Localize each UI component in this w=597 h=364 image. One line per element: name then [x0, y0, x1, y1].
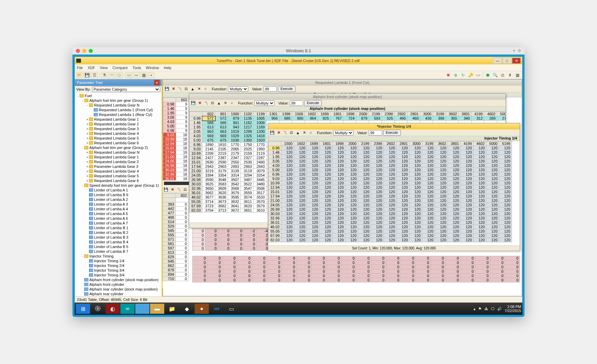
tree-node[interactable]: +Requested Lambda Gear 4: [75, 169, 162, 174]
tree-node[interactable]: Limiter of Lamba A 1: [75, 188, 162, 192]
taskbar-clock[interactable]: 2:08 PM 7/22/2015: [505, 305, 521, 313]
balance-icon[interactable]: ⚖: [182, 187, 188, 192]
tree-node[interactable]: Injector Timing 3/4: [75, 273, 162, 277]
explorer-icon[interactable]: 📁: [165, 304, 179, 314]
tree-node[interactable]: +Requested Lambda Gear 1: [75, 117, 162, 122]
tree-node[interactable]: +Requested Lmabda Gear 5: [75, 136, 162, 141]
tree-node[interactable]: Limiter of Lamba B 3: [75, 235, 162, 240]
refresh-icon[interactable]: ↻: [460, 72, 466, 78]
close-button[interactable]: ✕: [512, 58, 521, 64]
tray-network-icon[interactable]: 🖧: [484, 307, 488, 311]
layout1-icon[interactable]: ▭: [125, 72, 132, 78]
cancel-icon[interactable]: ✖: [276, 130, 281, 135]
function-select[interactable]: Multiply: [254, 100, 275, 106]
menu-help[interactable]: Help: [164, 66, 171, 70]
chip-icon[interactable]: ▬: [150, 304, 164, 314]
save-icon[interactable]: 💾: [84, 72, 90, 78]
tree-node[interactable]: Limiter of Lamba B 6: [75, 192, 162, 197]
app-titlebar[interactable]: TunerPro - Gen 1 Stock Tune.bin | XDF Fi…: [75, 57, 522, 64]
minimize-button[interactable]: —: [493, 58, 502, 64]
tree-node[interactable]: Limiter of Lamba B 7: [75, 249, 162, 254]
cancel-icon[interactable]: ✖: [170, 187, 175, 192]
tree-node[interactable]: Limiter of Lamba B 2: [75, 230, 162, 235]
open-icon[interactable]: 📂: [76, 72, 83, 78]
tree-node[interactable]: Requested Lambda 1 (Rear Cyl): [75, 112, 162, 117]
balance-icon[interactable]: ⚖: [499, 72, 506, 78]
execute-button[interactable]: Execute: [304, 100, 322, 106]
tree-list[interactable]: -Fuel-Alpha/n fuel trim per gear (Group …: [75, 93, 162, 296]
add-icon[interactable]: ⊕: [452, 72, 459, 78]
tree-node[interactable]: -Alpha/n fuel trim per gear (Group 2): [75, 145, 162, 150]
tree-node[interactable]: Limiter of Lamba B 5: [75, 244, 162, 249]
tool-icon[interactable]: ⚗: [101, 72, 108, 78]
menu-view[interactable]: View: [100, 66, 108, 70]
tray-volume-icon[interactable]: 🔊: [497, 307, 502, 311]
menu-window[interactable]: Window: [146, 66, 159, 70]
window-injector[interactable]: *Injector Timing 1/4 💾 ✖ 〽 ⚖ ▲ ✕ ⑂ Funct…: [268, 123, 520, 251]
execute-button[interactable]: Execute: [278, 86, 295, 92]
tree-node[interactable]: +Requested Lambda Gear 6: [75, 178, 162, 183]
tree-node[interactable]: +Requested Lambda Gear N: [75, 150, 162, 155]
chart-icon[interactable]: 〽: [176, 187, 181, 192]
tree-node[interactable]: -Fuel: [75, 93, 162, 98]
tree-node[interactable]: Limiter of Lamba A 3: [75, 202, 162, 207]
arduino-icon[interactable]: ∞: [120, 304, 135, 314]
function-select[interactable]: Multiply: [228, 86, 248, 92]
menu-xdf[interactable]: XDF: [88, 66, 95, 70]
balance-icon[interactable]: ⚖: [210, 100, 215, 106]
disc-icon[interactable]: ●: [195, 304, 209, 314]
tree-node[interactable]: Limiter of Lamba A 6: [75, 216, 162, 221]
layout2-icon[interactable]: ═: [133, 72, 140, 78]
tree-node[interactable]: Alpha/n front cylinder (stock map positi…: [75, 277, 162, 282]
tree-node[interactable]: +Requested Lambda Gear 3: [75, 126, 162, 131]
window-icon[interactable]: ▭: [224, 304, 238, 314]
tree-node[interactable]: Limiter of Lamba A 7: [75, 221, 162, 225]
tree-node[interactable]: -Injector Timing: [75, 254, 162, 259]
value-input[interactable]: [290, 100, 303, 106]
tree-node[interactable]: Alpha/n front cylinder: [75, 282, 162, 287]
balance-icon[interactable]: ⚖: [183, 86, 189, 92]
tree-node[interactable]: Limiter of Lamba A 5: [75, 211, 162, 216]
save-icon[interactable]: 💾: [163, 187, 169, 192]
tree-node[interactable]: Requested Lambda 1 (Front Cyl): [75, 108, 162, 112]
doc-icon[interactable]: ▭: [475, 72, 481, 78]
cancel-icon[interactable]: ✖: [197, 100, 202, 106]
injector-grid[interactable]: 1500160216991801189820002199239826022801…: [268, 141, 520, 245]
menu-file[interactable]: File: [77, 66, 83, 70]
tree-node[interactable]: +Requested Lambda Gear 1: [75, 155, 162, 159]
save-icon[interactable]: 💾: [269, 130, 275, 135]
tree-node[interactable]: Limiter of Lamba A 4: [75, 207, 162, 211]
cancel-icon[interactable]: ✖: [171, 86, 176, 92]
tree-node[interactable]: Injector Timing 2/4: [75, 263, 162, 268]
value-input[interactable]: [369, 130, 382, 135]
list-icon[interactable]: ☰: [91, 72, 98, 78]
x-icon[interactable]: ✕: [302, 130, 307, 135]
app-icon[interactable]: ◐: [106, 304, 120, 314]
pink-wide-grid[interactable]: 0000000000000000000000000000000000000000…: [192, 256, 520, 282]
tree-node[interactable]: -Requested Lambda Gear N: [75, 103, 162, 108]
viewby-select[interactable]: Parameter Category: [92, 87, 160, 92]
tree-close-button[interactable]: ✕: [154, 80, 160, 85]
tree-node[interactable]: +Requested Lambda Gear 6: [75, 141, 162, 145]
tree-node[interactable]: Alpha/n rear cylinder (stock map positio…: [75, 287, 162, 292]
save-icon[interactable]: 💾: [191, 100, 196, 106]
tree-node[interactable]: +Requested Lambda Gear 4: [75, 131, 162, 136]
chart-icon[interactable]: 〽: [203, 100, 209, 106]
maximize-button[interactable]: □: [503, 58, 511, 64]
wave-icon[interactable]: 〰: [108, 72, 115, 78]
fork-icon[interactable]: ⑂: [203, 86, 208, 92]
menu-compare[interactable]: Compare: [112, 66, 127, 70]
edit-icon[interactable]: ▲: [295, 130, 301, 135]
tree-node[interactable]: Injector Timing 1/4: [75, 259, 162, 263]
x64-icon[interactable]: x64: [209, 304, 224, 314]
search-icon[interactable]: 🔍: [492, 72, 499, 78]
save-icon[interactable]: 💾: [164, 86, 170, 92]
tree-node[interactable]: -Speed density fuel trim per gear (Group…: [75, 183, 162, 188]
tree-node[interactable]: +Requested Lambda Gear 2: [75, 159, 162, 164]
execute-button[interactable]: Execute: [383, 130, 401, 136]
tree-node[interactable]: +Requested Lmabda Gear 5: [75, 174, 162, 178]
fork-icon[interactable]: ⑂: [229, 100, 234, 106]
function-select[interactable]: Multiply: [333, 130, 353, 135]
tree-node[interactable]: Limiter of Lamba B 1: [75, 225, 162, 230]
edit-icon[interactable]: ▲: [216, 100, 222, 106]
